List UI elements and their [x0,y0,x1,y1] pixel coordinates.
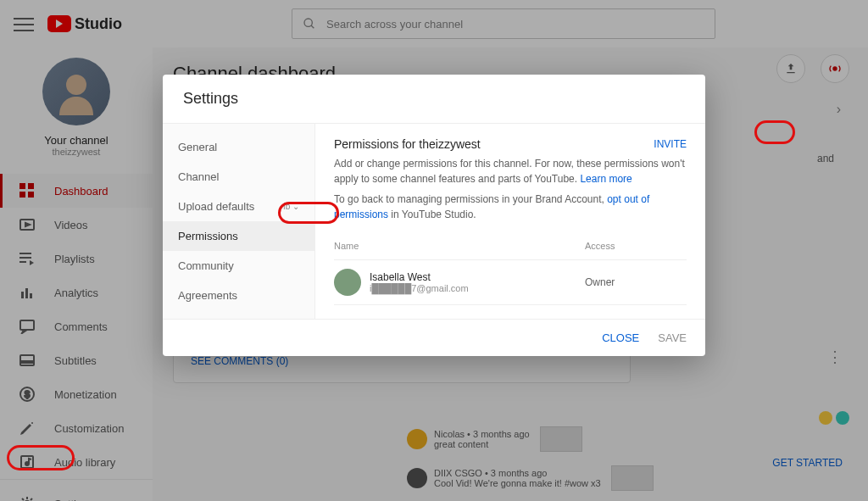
chevron-down-icon: fb ⌄ [283,202,299,211]
settings-item-community[interactable]: Community [163,251,314,281]
modal-title: Settings [163,75,705,124]
invite-button[interactable]: INVITE [654,138,687,150]
modal-overlay[interactable]: Settings General Channel Upload defaults… [0,0,868,501]
settings-item-upload[interactable]: Upload defaultsfb ⌄ [163,192,314,221]
user-avatar [334,269,361,296]
settings-panel: Permissions for theizzywest INVITE Add o… [315,124,705,319]
col-access: Access [585,241,687,251]
modal-footer: CLOSE SAVE [163,319,705,356]
table-header: Name Access [334,232,687,260]
settings-sidebar: General Channel Upload defaultsfb ⌄ Perm… [163,124,315,319]
permissions-desc2: To go back to managing permissions in yo… [334,192,687,222]
learn-more-link[interactable]: Learn more [580,173,632,185]
user-name: Isabella West [370,271,469,283]
settings-item-general[interactable]: General [163,132,314,162]
permissions-heading: Permissions for theizzywest [334,137,481,151]
settings-item-permissions[interactable]: Permissions [163,221,314,251]
user-access: Owner [585,276,687,288]
close-button[interactable]: CLOSE [602,331,639,344]
permissions-desc: Add or change permissions for this chann… [334,156,687,186]
settings-modal: Settings General Channel Upload defaults… [163,75,705,356]
col-name: Name [334,241,585,251]
save-button[interactable]: SAVE [658,331,687,344]
user-email: i██████7@gmail.com [370,283,469,293]
table-row: Isabella West i██████7@gmail.com Owner [334,260,687,305]
settings-item-agreements[interactable]: Agreements [163,281,314,310]
settings-item-channel[interactable]: Channel [163,162,314,192]
modal-body: General Channel Upload defaultsfb ⌄ Perm… [163,124,705,319]
